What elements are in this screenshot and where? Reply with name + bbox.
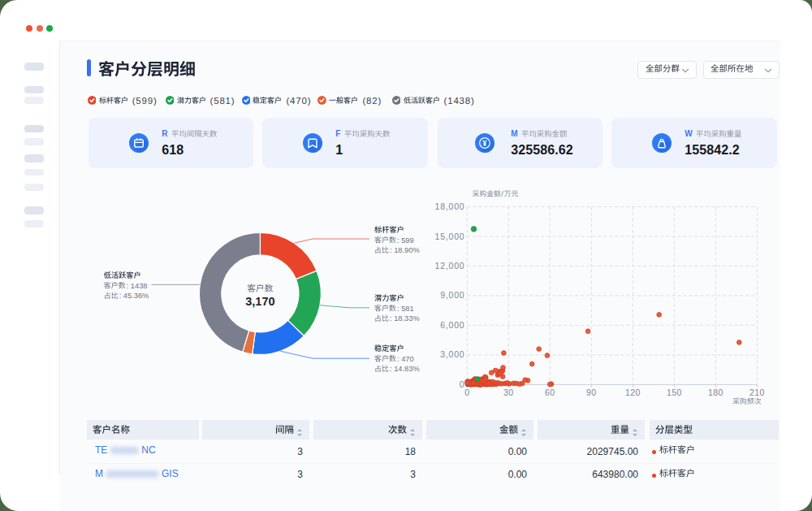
svg-text:: 18.33%: : 18.33% — [390, 314, 420, 323]
svg-text:: 45.36%: : 45.36% — [119, 292, 149, 300]
svg-text:120: 120 — [625, 388, 641, 397]
svg-text:: 470: : 470 — [397, 355, 414, 363]
svg-text:: 14.83%: : 14.83% — [390, 365, 420, 373]
svg-text:60: 60 — [545, 388, 555, 397]
svg-text:0: 0 — [460, 379, 465, 389]
svg-text:3,170: 3,170 — [245, 295, 274, 308]
svg-text:30: 30 — [503, 388, 514, 397]
svg-text:210: 210 — [749, 388, 765, 397]
svg-text:0: 0 — [464, 388, 469, 397]
svg-text:18,000: 18,000 — [435, 201, 465, 211]
svg-text:3,000: 3,000 — [440, 349, 464, 359]
svg-text:180: 180 — [708, 388, 723, 397]
svg-text:: 599: : 599 — [397, 236, 414, 245]
svg-text:150: 150 — [667, 388, 682, 397]
svg-text:6,000: 6,000 — [440, 320, 464, 330]
svg-text:15,000: 15,000 — [435, 232, 465, 241]
svg-text:9,000: 9,000 — [440, 290, 464, 300]
svg-text:: 581: : 581 — [397, 305, 414, 313]
svg-text:: 1438: : 1438 — [127, 282, 148, 290]
svg-text:: 18.90%: : 18.90% — [390, 246, 420, 254]
svg-text:/: / — [501, 189, 503, 198]
svg-text:12,000: 12,000 — [435, 261, 465, 271]
svg-text:90: 90 — [586, 388, 597, 397]
